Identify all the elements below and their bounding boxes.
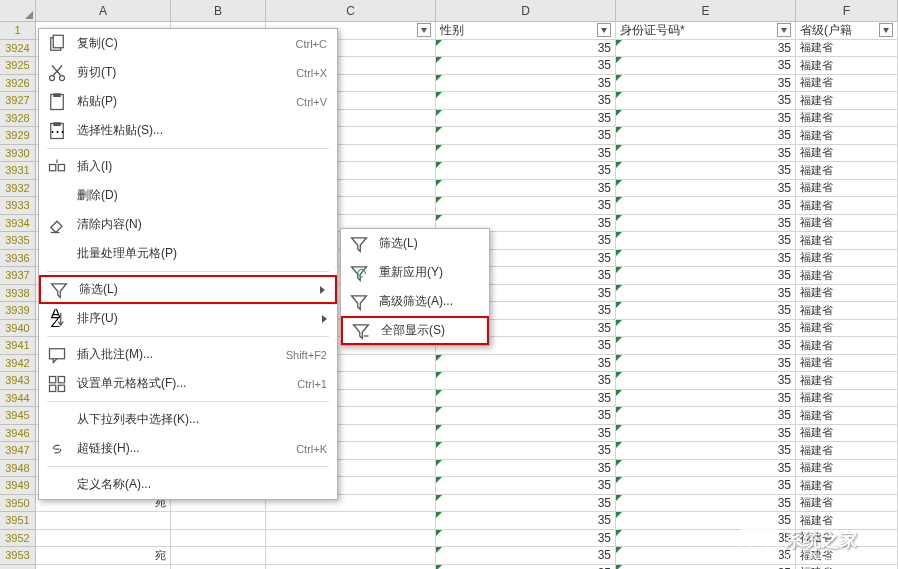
row-header[interactable]: 3954: [0, 565, 36, 570]
cell[interactable]: 35: [436, 110, 616, 128]
menu-filter[interactable]: 筛选(L): [39, 275, 337, 304]
row-header[interactable]: 3945: [0, 407, 36, 425]
row-header[interactable]: 3927: [0, 92, 36, 110]
menu-copy[interactable]: 复制(C) Ctrl+C: [39, 29, 337, 58]
row-header[interactable]: 3942: [0, 355, 36, 373]
cell[interactable]: [171, 530, 266, 548]
row-header[interactable]: 3931: [0, 162, 36, 180]
cell[interactable]: 福建省: [796, 477, 898, 495]
menu-delete[interactable]: 删除(D): [39, 181, 337, 210]
submenu-show-all[interactable]: 全部显示(S): [341, 316, 489, 345]
cell[interactable]: 35: [436, 442, 616, 460]
cell[interactable]: 35: [436, 547, 616, 565]
cell[interactable]: 福建省: [796, 285, 898, 303]
cell[interactable]: 35: [436, 197, 616, 215]
row-header[interactable]: 3937: [0, 267, 36, 285]
row-header[interactable]: 3934: [0, 215, 36, 233]
filter-button[interactable]: [879, 23, 893, 37]
cell[interactable]: 福建省: [796, 92, 898, 110]
menu-define-name[interactable]: 定义名称(A)...: [39, 470, 337, 499]
row-header[interactable]: 3944: [0, 390, 36, 408]
cell[interactable]: 35: [616, 145, 796, 163]
row-header[interactable]: 3935: [0, 232, 36, 250]
cell[interactable]: 35: [616, 232, 796, 250]
menu-insert[interactable]: 插入(I): [39, 152, 337, 181]
cell[interactable]: 35: [436, 127, 616, 145]
cell[interactable]: 35: [436, 145, 616, 163]
cell[interactable]: [171, 512, 266, 530]
filter-button[interactable]: [777, 23, 791, 37]
cell[interactable]: 35: [616, 442, 796, 460]
cell[interactable]: 35: [436, 460, 616, 478]
cell[interactable]: [171, 565, 266, 570]
cell[interactable]: 35: [436, 565, 616, 570]
row-header[interactable]: 3949: [0, 477, 36, 495]
row-header[interactable]: 3933: [0, 197, 36, 215]
row-header[interactable]: 3947: [0, 442, 36, 460]
menu-paste[interactable]: 粘贴(P) Ctrl+V: [39, 87, 337, 116]
cell[interactable]: 宛: [36, 547, 171, 565]
col-header-d[interactable]: D: [436, 0, 616, 22]
cell[interactable]: 35: [616, 460, 796, 478]
cell[interactable]: 35: [616, 512, 796, 530]
filter-button[interactable]: [597, 23, 611, 37]
cell[interactable]: 福建省: [796, 302, 898, 320]
cell[interactable]: 35: [616, 92, 796, 110]
cell[interactable]: 福建省: [796, 565, 898, 570]
cell[interactable]: 35: [616, 407, 796, 425]
cell[interactable]: 福建省: [796, 442, 898, 460]
row-header[interactable]: 3930: [0, 145, 36, 163]
cell[interactable]: 35: [436, 75, 616, 93]
cell[interactable]: 35: [436, 477, 616, 495]
cell[interactable]: 福建省: [796, 337, 898, 355]
cell[interactable]: [36, 530, 171, 548]
header-cell[interactable]: 省级(户籍: [796, 22, 898, 40]
cell[interactable]: 35: [616, 127, 796, 145]
menu-format[interactable]: 设置单元格格式(F)... Ctrl+1: [39, 369, 337, 398]
cell[interactable]: 35: [436, 40, 616, 58]
cell[interactable]: 35: [616, 477, 796, 495]
header-cell[interactable]: 性别: [436, 22, 616, 40]
cell[interactable]: 35: [436, 495, 616, 513]
cell[interactable]: 35: [616, 197, 796, 215]
cell[interactable]: 35: [436, 530, 616, 548]
cell[interactable]: 35: [436, 92, 616, 110]
cell[interactable]: 35: [616, 320, 796, 338]
row-header[interactable]: 3938: [0, 285, 36, 303]
menu-comment[interactable]: 插入批注(M)... Shift+F2: [39, 340, 337, 369]
col-header-a[interactable]: A: [36, 0, 171, 22]
header-cell[interactable]: 身份证号码*: [616, 22, 796, 40]
cell[interactable]: 福建省: [796, 460, 898, 478]
cell[interactable]: 35: [436, 512, 616, 530]
menu-cut[interactable]: 剪切(T) Ctrl+X: [39, 58, 337, 87]
cell[interactable]: [266, 530, 436, 548]
submenu-advanced[interactable]: 高级筛选(A)...: [341, 287, 489, 316]
col-header-e[interactable]: E: [616, 0, 796, 22]
cell[interactable]: 35: [436, 425, 616, 443]
row-header[interactable]: 3950: [0, 495, 36, 513]
cell[interactable]: 福建省: [796, 40, 898, 58]
row-header[interactable]: 3948: [0, 460, 36, 478]
cell[interactable]: 35: [436, 162, 616, 180]
cell[interactable]: 福建省: [796, 75, 898, 93]
row-header[interactable]: 3925: [0, 57, 36, 75]
menu-hyperlink[interactable]: 超链接(H)... Ctrl+K: [39, 434, 337, 463]
row-header[interactable]: 3928: [0, 110, 36, 128]
row-header[interactable]: 3941: [0, 337, 36, 355]
cell[interactable]: 35: [616, 372, 796, 390]
row-header[interactable]: 3932: [0, 180, 36, 198]
cell[interactable]: 福建省: [796, 355, 898, 373]
cell[interactable]: 35: [616, 215, 796, 233]
cell[interactable]: 福建省: [796, 512, 898, 530]
cell[interactable]: 35: [616, 267, 796, 285]
row-header[interactable]: 3951: [0, 512, 36, 530]
cell[interactable]: 35: [436, 390, 616, 408]
col-header-c[interactable]: C: [266, 0, 436, 22]
submenu-reapply[interactable]: 重新应用(Y): [341, 258, 489, 287]
cell[interactable]: [266, 547, 436, 565]
cell[interactable]: 福建省: [796, 110, 898, 128]
cell[interactable]: [36, 512, 171, 530]
cell[interactable]: 福建省: [796, 372, 898, 390]
row-header[interactable]: 3940: [0, 320, 36, 338]
row-header[interactable]: 1: [0, 22, 36, 40]
